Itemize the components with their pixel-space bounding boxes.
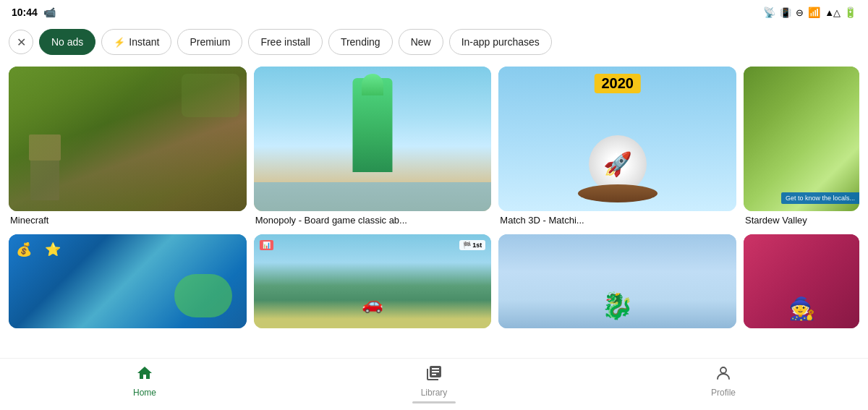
chip-free-install[interactable]: Free install [248,29,322,55]
close-icon: ✕ [17,35,26,49]
app-screen: 10:44 📹 📡 📳 ⊖ 📶 ▲△ 🔋 ✕ No ads ⚡ Instant … [0,0,868,410]
battery-icon: 🔋 [844,7,856,18]
chip-no-ads[interactable]: No ads [39,29,95,55]
chip-no-ads-label: No ads [51,36,83,48]
svg-point-0 [720,367,726,373]
chip-free-install-label: Free install [260,36,310,48]
app-name-monopoly: Monopoly - Board game classic ab... [254,215,492,226]
app-thumb-r2c4: 🧙 [744,234,859,328]
vibrate-icon: 📳 [780,7,791,18]
nav-item-library[interactable]: Library [398,364,470,403]
chip-trending-label: Trending [341,36,380,48]
app-row-1: Minecraft Monopoly - Board game classic … [9,67,859,226]
chip-instant[interactable]: ⚡ Instant [101,29,171,55]
nav-item-home[interactable]: Home [109,364,181,398]
minus-circle-icon: ⊖ [796,7,804,18]
chip-in-app[interactable]: In-app purchases [449,29,552,55]
cast-icon: 📡 [763,7,775,18]
wifi-icon: 📶 [808,7,820,18]
app-thumb-monopoly [254,67,492,211]
app-thumb-r2c3: 🐉 [498,234,736,328]
library-label: Library [421,388,448,398]
profile-label: Profile [711,388,736,398]
app-thumb-minecraft [9,67,247,211]
nav-item-profile[interactable]: Profile [687,364,760,398]
library-icon [425,364,443,386]
app-row-2: 💰 ⭐ 🏁 1st 📊 🚗 🐉 [9,234,859,339]
app-card-r2c1[interactable]: 💰 ⭐ [9,234,247,339]
lightning-icon: ⚡ [114,37,125,48]
camera-icon: 📹 [43,7,56,18]
app-card-r2c3[interactable]: 🐉 [498,234,736,339]
app-card-match3d[interactable]: 2020 🚀 Match 3D - Matchi... [498,67,736,226]
app-card-minecraft[interactable]: Minecraft [9,67,247,226]
app-thumb-r2c1: 💰 ⭐ [9,234,247,328]
app-name-stardew: Stardew Valley [744,215,859,226]
chip-in-app-label: In-app purchases [461,36,540,48]
filter-close-button[interactable]: ✕ [9,30,33,54]
status-left: 10:44 📹 [12,7,56,18]
home-label: Home [133,388,156,398]
app-grid: Minecraft Monopoly - Board game classic … [0,61,868,339]
chip-trending[interactable]: Trending [328,29,393,55]
app-thumb-stardew: Get to know the locals... [744,67,859,211]
app-card-monopoly[interactable]: Monopoly - Board game classic ab... [254,67,492,226]
chip-premium[interactable]: Premium [177,29,242,55]
app-thumb-match3d: 2020 🚀 [498,67,736,211]
app-name-match3d: Match 3D - Matchi... [498,215,736,226]
signal-icon: ▲△ [825,7,840,18]
bottom-nav: Home Library Profile [0,358,868,410]
stardew-banner: Get to know the locals... [781,192,859,204]
app-thumb-r2c2: 🏁 1st 📊 🚗 [254,234,492,328]
chip-instant-label: Instant [129,36,159,48]
filter-bar: ✕ No ads ⚡ Instant Premium Free install … [0,23,868,61]
match3d-year-badge: 2020 [594,74,641,93]
status-time: 10:44 [12,7,38,18]
app-card-r2c4[interactable]: 🧙 [744,234,859,339]
chip-new-label: New [411,36,431,48]
chip-new[interactable]: New [399,29,443,55]
app-card-stardew[interactable]: Get to know the locals... Stardew Valley [744,67,859,226]
profile-icon [715,364,732,386]
home-icon [136,364,153,386]
app-name-minecraft: Minecraft [9,215,247,226]
chip-premium-label: Premium [190,36,230,48]
app-card-r2c2[interactable]: 🏁 1st 📊 🚗 [254,234,492,339]
status-icons: 📡 📳 ⊖ 📶 ▲△ 🔋 [763,7,856,18]
status-bar: 10:44 📹 📡 📳 ⊖ 📶 ▲△ 🔋 [0,0,868,23]
library-underline [412,401,456,403]
